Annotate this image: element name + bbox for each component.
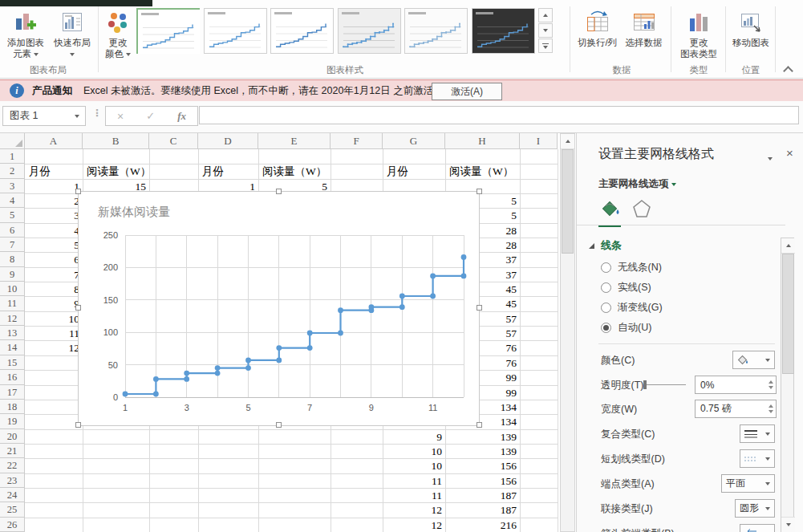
- pane-options-chevron-icon[interactable]: [768, 152, 773, 164]
- section-line[interactable]: 线条: [601, 238, 622, 253]
- transparency-slider[interactable]: [644, 384, 686, 385]
- add-chart-element-button[interactable]: 添加图表 元素: [3, 8, 48, 59]
- column-header-B[interactable]: B: [83, 133, 149, 149]
- checkmark-icon[interactable]: ✓: [146, 110, 155, 122]
- grid-cell-A14[interactable]: 12: [26, 341, 83, 355]
- chart-style-thumbnail-5[interactable]: [404, 8, 468, 54]
- grid-cell-G23[interactable]: 11: [383, 474, 445, 488]
- pane-scrollbar[interactable]: [781, 238, 794, 532]
- grid-cell-H26[interactable]: 216: [446, 518, 520, 532]
- scroll-up-icon[interactable]: [781, 238, 795, 254]
- radio-icon[interactable]: [601, 262, 611, 273]
- quick-layout-button[interactable]: 快速布局: [50, 8, 95, 59]
- row-header-2[interactable]: 2: [0, 164, 25, 178]
- column-header-I[interactable]: I: [520, 133, 558, 149]
- switch-row-column-button[interactable]: 切换行/列: [574, 8, 620, 48]
- change-colors-button[interactable]: 更改 颜色: [101, 8, 135, 59]
- chart-selection-handle[interactable]: [75, 305, 81, 311]
- column-header-G[interactable]: G: [383, 133, 445, 149]
- row-header-1[interactable]: 1: [0, 149, 25, 164]
- row-header-25[interactable]: 25: [0, 502, 25, 517]
- radio-icon[interactable]: [601, 303, 611, 313]
- gallery-scroll-down-button[interactable]: [538, 23, 553, 38]
- name-box[interactable]: 图表 1: [2, 106, 86, 126]
- radio-no-line[interactable]: 无线条(N): [601, 260, 662, 274]
- row-header-8[interactable]: 8: [0, 252, 25, 266]
- formula-input[interactable]: [199, 106, 799, 124]
- join-type-dropdown[interactable]: 圆形: [735, 499, 775, 518]
- grid-cell-A9[interactable]: 7: [26, 268, 83, 282]
- select-all-corner[interactable]: [0, 133, 25, 149]
- width-spinner[interactable]: 0.75 磅: [695, 400, 777, 418]
- column-header-D[interactable]: D: [198, 133, 258, 149]
- chart-style-thumbnail-6[interactable]: [472, 8, 535, 54]
- cancel-icon[interactable]: ×: [117, 110, 124, 123]
- column-header-E[interactable]: E: [258, 133, 331, 149]
- row-header-16[interactable]: 16: [0, 370, 25, 384]
- chart-selection-handle[interactable]: [477, 189, 482, 194]
- row-header-7[interactable]: 7: [0, 238, 25, 252]
- row-header-21[interactable]: 21: [0, 444, 25, 458]
- chart-selection-handle[interactable]: [276, 422, 282, 428]
- row-header-19[interactable]: 19: [0, 414, 25, 428]
- color-picker-button[interactable]: [732, 351, 775, 369]
- compound-type-dropdown[interactable]: [740, 424, 775, 443]
- close-icon[interactable]: ×: [786, 146, 793, 160]
- row-header-18[interactable]: 18: [0, 400, 25, 414]
- grid-cell-A3[interactable]: 1: [26, 180, 83, 193]
- row-header-12[interactable]: 12: [0, 311, 25, 326]
- row-header-22[interactable]: 22: [0, 458, 25, 473]
- cap-type-dropdown[interactable]: 平面: [721, 474, 775, 493]
- chart-style-thumbnail-4[interactable]: [338, 8, 401, 54]
- transparency-spinner[interactable]: 0%: [695, 376, 777, 394]
- row-header-4[interactable]: 4: [0, 193, 25, 208]
- radio-solid-line[interactable]: 实线(S): [601, 280, 651, 294]
- column-header-C[interactable]: C: [149, 133, 198, 149]
- gallery-more-button[interactable]: [538, 39, 553, 53]
- grid-cell-D2[interactable]: 月份: [199, 164, 258, 178]
- grid-cell-H24[interactable]: 187: [446, 489, 520, 502]
- grid-cell-G24[interactable]: 11: [383, 489, 445, 502]
- sheet-vertical-scrollbar[interactable]: [560, 133, 575, 532]
- scrollbar-thumb[interactable]: [562, 149, 574, 254]
- grid-cell-H22[interactable]: 156: [446, 459, 520, 473]
- radio-icon[interactable]: [601, 282, 611, 293]
- row-header-26[interactable]: 26: [0, 518, 25, 532]
- grid-cell-A12[interactable]: 10: [26, 312, 83, 326]
- grid-cell-A7[interactable]: 5: [26, 238, 83, 252]
- move-chart-button[interactable]: 移动图表: [728, 8, 773, 48]
- activate-button[interactable]: 激活(A): [432, 83, 502, 100]
- grid-cell-G22[interactable]: 10: [383, 459, 445, 473]
- slider-handle[interactable]: [643, 380, 647, 389]
- grid-cell-H2[interactable]: 阅读量（W）: [446, 164, 520, 178]
- grid-cell-B2[interactable]: 阅读量（W）: [83, 164, 149, 178]
- chart-style-thumbnail-3[interactable]: [270, 8, 334, 54]
- dash-type-dropdown[interactable]: [740, 449, 775, 468]
- row-header-23[interactable]: 23: [0, 473, 25, 488]
- grid-cell-A10[interactable]: 8: [26, 282, 83, 296]
- grid-cell-G20[interactable]: 9: [383, 430, 445, 444]
- row-header-9[interactable]: 9: [0, 267, 25, 282]
- row-header-17[interactable]: 17: [0, 385, 25, 400]
- grid-cell-G25[interactable]: 12: [383, 503, 445, 517]
- chart-style-thumbnail-2[interactable]: [204, 8, 267, 54]
- change-chart-type-button[interactable]: 更改 图表类型: [675, 8, 722, 59]
- grid-cell-H21[interactable]: 139: [446, 445, 520, 458]
- scroll-up-icon[interactable]: [561, 134, 574, 149]
- scrollbar-thumb[interactable]: [782, 254, 794, 374]
- row-header-14[interactable]: 14: [0, 340, 25, 355]
- column-header-F[interactable]: F: [331, 133, 383, 149]
- grid-cell-A11[interactable]: 9: [26, 297, 83, 311]
- row-header-11[interactable]: 11: [0, 296, 25, 311]
- grid-cell-A2[interactable]: 月份: [26, 164, 83, 178]
- gallery-scroll-up-button[interactable]: [538, 8, 553, 22]
- grid-cell-G21[interactable]: 10: [383, 445, 445, 458]
- chart-selection-handle[interactable]: [477, 305, 482, 311]
- chart-selection-handle[interactable]: [75, 189, 81, 194]
- function-icon[interactable]: fx: [177, 110, 186, 123]
- row-header-20[interactable]: 20: [0, 429, 25, 444]
- column-header-H[interactable]: H: [445, 133, 520, 149]
- chart-selection-handle[interactable]: [477, 422, 482, 428]
- effects-tab[interactable]: [631, 197, 653, 222]
- radio-icon[interactable]: [601, 323, 611, 333]
